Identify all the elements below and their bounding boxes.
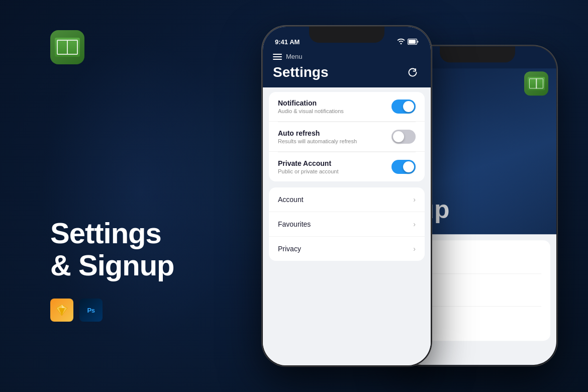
private-account-thumb bbox=[403, 161, 414, 172]
field-lines bbox=[57, 40, 78, 55]
auto-refresh-thumb bbox=[393, 131, 404, 142]
phone-screen: 9:41 AM bbox=[263, 27, 431, 365]
privacy-chevron: › bbox=[413, 245, 416, 253]
phones-container: nup name ail ord bbox=[221, 0, 573, 392]
notification-info: Notification Audio & visual notification… bbox=[278, 99, 344, 114]
menu-label: Menu bbox=[286, 53, 303, 60]
status-icons bbox=[397, 38, 419, 46]
auto-refresh-label: Auto refresh bbox=[278, 129, 357, 137]
battery-svg bbox=[408, 39, 419, 45]
signup-field-name[interactable]: name bbox=[414, 248, 541, 274]
signup-email-input bbox=[414, 290, 541, 300]
field-icon bbox=[55, 38, 80, 57]
notification-item: Notification Audio & visual notification… bbox=[269, 92, 425, 122]
privacy-item[interactable]: Privacy › bbox=[269, 237, 425, 261]
app-header: Menu Settings bbox=[263, 49, 431, 87]
signup-email-label: ail bbox=[414, 281, 541, 287]
signup-field-email[interactable]: ail bbox=[414, 281, 541, 307]
signup-field-password[interactable]: ord bbox=[414, 314, 541, 333]
refresh-icon bbox=[407, 67, 418, 78]
signup-password-label: ord bbox=[414, 314, 541, 320]
favourites-item[interactable]: Favourites › bbox=[269, 212, 425, 237]
notification-label: Notification bbox=[278, 99, 344, 107]
ps-icon: Ps bbox=[79, 299, 103, 322]
svg-rect-5 bbox=[409, 40, 416, 44]
menu-line-1 bbox=[273, 54, 282, 55]
private-account-item: Private Account Public or private accoun… bbox=[269, 152, 425, 181]
signup-name-input bbox=[414, 257, 541, 267]
settings-content: Notification Audio & visual notification… bbox=[263, 92, 431, 365]
back-notch bbox=[440, 46, 515, 62]
menu-card: Account › Favourites › Privacy › bbox=[269, 187, 425, 261]
private-account-info: Private Account Public or private accoun… bbox=[278, 159, 338, 174]
settings-title: Settings bbox=[273, 64, 328, 80]
heading-line2: & Signup bbox=[50, 249, 174, 281]
hamburger-icon[interactable] bbox=[273, 54, 282, 60]
favourites-chevron: › bbox=[413, 220, 416, 228]
wifi-icon bbox=[397, 38, 405, 46]
menu-line-3 bbox=[273, 59, 282, 60]
toggle-card: Notification Audio & visual notification… bbox=[269, 92, 425, 181]
auto-refresh-info: Auto refresh Results will automaticaly r… bbox=[278, 129, 357, 144]
ps-label: Ps bbox=[87, 307, 95, 314]
heading-line1: Settings bbox=[50, 217, 174, 249]
left-heading: Settings & Signup bbox=[50, 217, 174, 281]
back-app-icon bbox=[524, 71, 548, 95]
privacy-label: Privacy bbox=[278, 245, 301, 253]
account-item[interactable]: Account › bbox=[269, 187, 425, 212]
auto-refresh-toggle[interactable] bbox=[391, 130, 416, 144]
signup-password-input bbox=[414, 323, 541, 333]
status-time: 9:41 AM bbox=[275, 38, 300, 46]
wifi-svg bbox=[397, 38, 405, 44]
signup-name-label: name bbox=[414, 248, 541, 254]
notification-thumb bbox=[403, 101, 414, 112]
front-notch bbox=[309, 27, 384, 43]
menu-line-2 bbox=[273, 56, 282, 57]
left-panel: Settings & Signup Ps bbox=[50, 0, 241, 392]
battery-icon bbox=[408, 39, 419, 46]
account-chevron: › bbox=[413, 195, 416, 204]
notification-description: Audio & visual notifications bbox=[278, 108, 344, 114]
private-account-toggle[interactable] bbox=[391, 160, 416, 174]
back-field-icon bbox=[528, 77, 545, 90]
private-account-description: Public or private account bbox=[278, 168, 338, 174]
notification-toggle[interactable] bbox=[391, 100, 416, 114]
auto-refresh-description: Results will automaticaly refresh bbox=[278, 138, 357, 144]
auto-refresh-item: Auto refresh Results will automaticaly r… bbox=[269, 122, 425, 152]
sketch-svg bbox=[55, 303, 69, 317]
app-icon bbox=[50, 30, 84, 64]
sketch-icon bbox=[50, 299, 73, 322]
tool-icons: Ps bbox=[50, 299, 103, 322]
refresh-button[interactable] bbox=[405, 64, 421, 80]
phone-front: 9:41 AM bbox=[261, 25, 432, 367]
phone-front-frame: 9:41 AM bbox=[261, 25, 432, 367]
account-label: Account bbox=[278, 195, 304, 204]
private-account-label: Private Account bbox=[278, 159, 338, 167]
header-row: Settings bbox=[273, 64, 421, 80]
favourites-label: Favourites bbox=[278, 220, 311, 228]
menu-row: Menu bbox=[273, 53, 421, 60]
